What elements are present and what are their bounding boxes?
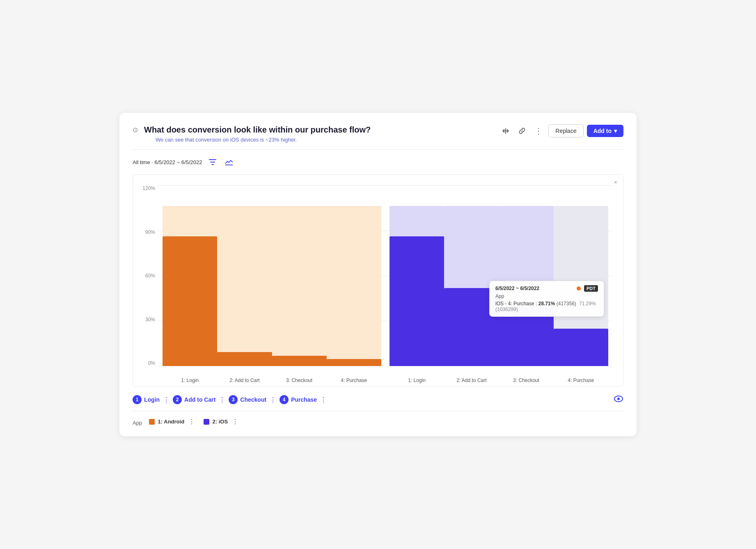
bar-group-ios-login: 100% 1.5M <box>389 185 444 366</box>
bar-ios-purchase-fg <box>554 329 608 366</box>
x-label-android-addtocart: 2: Add to Cart <box>217 377 272 383</box>
tooltip-row-bold: 28.71% <box>538 301 555 307</box>
date-filter-label: All time · 6/5/2022 ~ 6/5/2022 <box>133 159 202 165</box>
y-label-90: 90% <box>145 229 155 235</box>
svg-rect-1 <box>210 162 215 162</box>
legend-android: 1: Android ⋮ <box>149 418 195 425</box>
header-left: ⊙ What does conversion look like within … <box>133 124 371 143</box>
tooltip-row: iOS - 4: Purchase : 28.71% (417356) 71.2… <box>495 301 598 312</box>
more-icon[interactable]: ⋮ <box>532 124 545 137</box>
filters-row: All time · 6/5/2022 ~ 6/5/2022 <box>133 156 623 168</box>
bar-android-purchase <box>327 359 381 366</box>
card-header: ⊙ What does conversion look like within … <box>133 124 623 143</box>
bars-area: 100% 3.8M 10.5% 396.1K <box>158 185 612 366</box>
step-3-label: Checkout <box>240 396 266 403</box>
step-4[interactable]: 4 Purchase <box>279 395 317 404</box>
step-1-dots[interactable]: ⋮ <box>161 396 171 404</box>
link-icon[interactable] <box>515 124 529 137</box>
x-label-ios-addtocart: 2: Add to Cart <box>444 377 499 383</box>
grid-line-0 <box>158 366 612 366</box>
legend-app-label: App <box>133 420 142 426</box>
svg-rect-2 <box>211 164 214 165</box>
step-4-badge: 4 <box>279 395 289 404</box>
step-3-badge: 3 <box>229 395 238 404</box>
bar-group-ios-checkout: 46.2% 671.6K <box>499 185 554 366</box>
bar-android-purchase-bg <box>327 206 381 366</box>
add-to-arrow: ▾ <box>614 128 617 134</box>
chart-area: 120% 90% 60% 30% 0% 100% <box>140 181 616 387</box>
bar-android-checkout-bg <box>272 206 327 366</box>
tooltip-segment: App <box>495 293 598 299</box>
legend-section: App 1: Android ⋮ 2: iOS ⋮ <box>133 418 623 426</box>
steps-container: 1 Login ⋮ 2 Add to Cart ⋮ 3 Checkout ⋮ 4… <box>133 395 623 404</box>
filter-icon[interactable] <box>207 156 218 168</box>
svg-rect-0 <box>209 159 216 160</box>
card-title: What does conversion look like within ou… <box>144 124 371 135</box>
step-3-dots[interactable]: ⋮ <box>268 396 278 404</box>
step-4-dots[interactable]: ⋮ <box>318 396 328 404</box>
bar-group-android-addtocart: 10.5% 396.1K <box>217 185 272 366</box>
bar-android-checkout <box>272 356 327 366</box>
bar-group-android-purchase: 5.22% 196.5K <box>327 185 381 366</box>
grid-area: 100% 3.8M 10.5% 396.1K <box>158 185 612 366</box>
replace-button[interactable]: Replace <box>548 124 583 137</box>
y-label-60: 60% <box>145 273 155 279</box>
legend-android-dots[interactable]: ⋮ <box>188 418 195 425</box>
y-label-30: 30% <box>145 317 155 323</box>
add-to-label: Add to <box>593 128 612 134</box>
tooltip-pdt-block: PDT <box>577 285 598 292</box>
step-4-label: Purchase <box>291 396 317 403</box>
step-1-badge: 1 <box>133 395 142 404</box>
step-1[interactable]: 1 Login <box>133 395 160 404</box>
legend-android-label: 1: Android <box>158 419 185 425</box>
header-actions: ⋮ Replace Add to ▾ <box>499 124 623 137</box>
step-2[interactable]: 2 Add to Cart <box>173 395 215 404</box>
steps-row: 1 Login ⋮ 2 Add to Cart ⋮ 3 Checkout ⋮ 4… <box>133 395 607 404</box>
y-label-0: 0% <box>148 360 155 366</box>
x-label-android-checkout: 3: Checkout <box>272 377 327 383</box>
tooltip: 6/5/2022 ~ 6/5/2022 PDT App iOS - 4: Pur… <box>489 281 604 317</box>
bar-group-android-login: 100% 3.8M <box>163 185 217 366</box>
step-2-dots[interactable]: ⋮ <box>217 396 227 404</box>
bar-group-ios-addtocart: 60.3% 877.3K <box>444 185 499 366</box>
eye-icon-wrapper[interactable] <box>614 395 623 404</box>
step-3[interactable]: 3 Checkout <box>229 395 266 404</box>
bar-group-android-checkout: 7.83% 294.8K <box>272 185 327 366</box>
bar-android-addtocart-bg <box>217 206 272 366</box>
main-card: ⊙ What does conversion look like within … <box>119 113 637 436</box>
bar-android-addtocart-fg <box>217 352 272 366</box>
svg-point-5 <box>617 398 620 400</box>
x-axis: 1: Login 2: Add to Cart 3: Checkout 4: P… <box>158 377 612 383</box>
chart-container: × 120% 90% 60% 30% 0% <box>133 174 623 387</box>
tooltip-row-text: iOS - 4: Purchase : 28.71% (417356) 71.2… <box>495 301 598 312</box>
tooltip-dot-icon <box>577 286 581 291</box>
tooltip-date: 6/5/2022 ~ 6/5/2022 <box>495 286 539 291</box>
y-axis: 120% 90% 60% 30% 0% <box>140 185 158 366</box>
legend-android-color <box>149 419 155 425</box>
legend-ios-label: 2: iOS <box>213 419 228 425</box>
legend-ios: 2: iOS ⋮ <box>204 418 239 425</box>
tooltip-header: 6/5/2022 ~ 6/5/2022 PDT <box>495 285 598 292</box>
bar-android-login <box>163 236 217 366</box>
legend-divider <box>133 411 623 411</box>
chart-toggle-icon[interactable] <box>223 156 235 168</box>
header-divider <box>133 149 623 150</box>
bar-ios-login <box>389 236 444 366</box>
x-label-android-login: 1: Login <box>163 377 217 383</box>
x-label-ios-purchase: 4: Purchase <box>554 377 608 383</box>
move-icon[interactable] <box>499 124 512 137</box>
tooltip-pdt-label: PDT <box>584 285 598 292</box>
legend-ios-dots[interactable]: ⋮ <box>232 418 238 425</box>
step-1-label: Login <box>144 396 160 403</box>
bar-android-addtocart <box>217 352 272 366</box>
bar-android-checkout-fg <box>272 356 327 366</box>
legend-ios-color <box>204 419 209 425</box>
bar-group-ios-purchase: 28.7% 417.4K 6/5/2022 ~ 6/5/2022 <box>554 185 608 366</box>
add-to-button[interactable]: Add to ▾ <box>587 125 623 137</box>
target-icon: ⊙ <box>133 126 140 133</box>
x-label-ios-login: 1: Login <box>389 377 444 383</box>
card-subtitle: We can see that conversion on iOS device… <box>144 137 371 143</box>
step-2-badge: 2 <box>173 395 182 404</box>
step-2-label: Add to Cart <box>184 396 215 403</box>
title-block: What does conversion look like within ou… <box>144 124 371 143</box>
